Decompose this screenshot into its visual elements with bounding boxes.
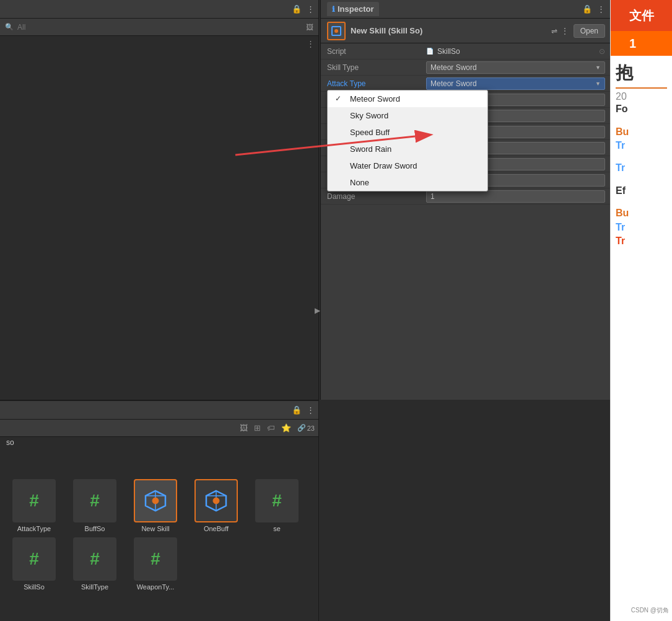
checkmark-icon: ✓ <box>335 94 345 103</box>
hash-icon: # <box>29 549 39 569</box>
file-name-onebuff: OneBuff <box>204 525 229 532</box>
lock-icon[interactable]: 🔒 <box>292 4 302 14</box>
script-value: SkillSo <box>437 47 460 56</box>
open-button[interactable]: Open <box>574 24 605 38</box>
list-item[interactable]: # WeaponTy... <box>128 537 183 591</box>
file-name-skilltype: SkillType <box>81 583 108 591</box>
left-toolbar: 🔒 ⋮ <box>0 0 318 19</box>
file-icon-skillso: # <box>12 537 56 581</box>
file-name-attacktype: AttackType <box>17 525 51 532</box>
file-name-buffso: BuffSo <box>85 525 105 532</box>
more-icon[interactable]: ⋮ <box>307 4 315 14</box>
csdn-divider <box>616 87 667 89</box>
csdn-text1: 抱 <box>616 61 667 85</box>
dropdown-item-label: Speed Buff <box>350 128 390 137</box>
field-row-script: Script 📄 SkillSo ⊙ <box>321 43 611 59</box>
list-item[interactable]: OneBuff <box>188 479 244 532</box>
attack-type-dropdown-button[interactable]: Meteor Sword ▼ <box>426 77 605 90</box>
inspector-tab-icon: ℹ <box>332 5 335 14</box>
left-panel: 🔒 ⋮ 🔍 🖼 ⋮ <box>0 0 319 400</box>
skill-so-icon-inner <box>331 26 341 36</box>
file-name-skillso: SkillSo <box>24 583 45 591</box>
list-item[interactable]: # SkillSo <box>6 537 62 591</box>
skill-type-dropdown-button[interactable]: Meteor Sword ▼ <box>426 61 605 74</box>
inspector-header-right: 🔒 ⋮ <box>582 4 605 14</box>
csdn-number: 1 <box>629 37 636 51</box>
attack-type-dropdown[interactable]: Meteor Sword ▼ ✓ Meteor Sword Sky Sword <box>426 77 605 90</box>
script-file-icon: 📄 <box>426 48 434 55</box>
script-label: Script <box>327 47 426 56</box>
file-browser-grid-icon[interactable]: ⊞ <box>254 423 261 433</box>
csdn-tr1: Tr <box>616 139 667 152</box>
file-browser-lock-icon[interactable]: 🔒 <box>292 405 302 415</box>
file-name-se: se <box>273 525 281 532</box>
attack-type-dropdown-popup: ✓ Meteor Sword Sky Sword Speed Buff Swor… <box>327 90 488 192</box>
dropdown-item-none[interactable]: None <box>328 174 487 191</box>
left-sub-toolbar: ⋮ <box>303 36 318 51</box>
file-icon-attacktype: # <box>12 479 56 522</box>
list-item[interactable]: New Skill <box>128 479 183 532</box>
layout-icon[interactable]: ⇌ <box>551 27 557 35</box>
attack-type-dropdown-arrow: ▼ <box>595 81 601 87</box>
field-row-attack-type: Attack Type Meteor Sword ▼ ✓ Meteor Swor… <box>321 76 611 92</box>
attack-type-value: Meteor Sword <box>430 79 477 88</box>
skill-type-value: Meteor Sword <box>430 63 477 72</box>
dropdown-item-label: Sword Rain <box>350 144 391 154</box>
dropdown-item-meteor[interactable]: ✓ Meteor Sword <box>328 90 487 107</box>
search-input[interactable] <box>17 23 302 32</box>
dropdown-item-water-draw[interactable]: Water Draw Sword <box>328 157 487 174</box>
inspector-more-icon[interactable]: ⋮ <box>597 4 605 14</box>
csdn-fo: Fo <box>616 102 667 116</box>
csdn-bu2: Bu <box>616 206 667 220</box>
dropdown-item-label: Meteor Sword <box>350 94 400 103</box>
hash-icon: # <box>90 491 100 511</box>
hash-icon: # <box>272 491 282 511</box>
expand-panel-button[interactable]: ▶ <box>315 306 320 315</box>
damage-number: 1 <box>430 192 435 201</box>
attack-type-label: Attack Type <box>327 79 426 88</box>
file-browser-star-icon[interactable]: ⭐ <box>281 423 291 433</box>
inspector-title-icons: ⇌ ⋮ <box>551 27 569 35</box>
file-browser-toolbar: 🔒 ⋮ <box>0 401 318 420</box>
field-row-skill-type: Skill Type Meteor Sword ▼ <box>321 59 611 76</box>
skill-type-label: Skill Type <box>327 63 426 72</box>
list-item[interactable]: # AttackType <box>6 479 62 532</box>
file-browser: 🔒 ⋮ 🖼 ⊞ 🏷 ⭐ 🔗 23 so # AttackType # BuffS… <box>0 400 319 621</box>
dropdown-item-sky[interactable]: Sky Sword <box>328 107 487 124</box>
csdn-bottom-label: CSDN @切角 <box>631 606 669 615</box>
inspector-fields: Script 📄 SkillSo ⊙ Skill Type Meteor Swo… <box>321 43 611 205</box>
svg-point-9 <box>213 498 219 504</box>
damage-label: Damage <box>327 192 426 201</box>
csdn-tr4: Tr <box>616 234 667 248</box>
damage-value[interactable]: 1 <box>426 190 605 203</box>
hash-icon: # <box>151 549 160 569</box>
dropdown-item-sword-rain[interactable]: Sword Rain <box>328 141 487 157</box>
inspector-title-bar: New Skill (Skill So) ⇌ ⋮ Open <box>321 19 611 43</box>
inspector-lock-icon[interactable]: 🔒 <box>582 4 592 14</box>
cube-icon <box>143 488 168 513</box>
list-item[interactable]: # SkillType <box>67 537 123 591</box>
file-browser-more-icon[interactable]: ⋮ <box>307 405 315 415</box>
csdn-tr3: Tr <box>616 221 667 234</box>
cube-icon <box>204 488 229 513</box>
skill-type-dropdown-arrow: ▼ <box>595 64 601 71</box>
file-browser-image-icon[interactable]: 🖼 <box>240 423 248 433</box>
image-icon[interactable]: 🖼 <box>306 23 313 32</box>
inspector-tab-label: Inspector <box>338 4 374 14</box>
script-target-icon[interactable]: ⊙ <box>599 47 605 56</box>
title-more-icon[interactable]: ⋮ <box>561 27 569 35</box>
skill-so-icon-dot <box>334 29 338 33</box>
csdn-body: 抱 20 Fo Bu Tr Tr Ef Bu Tr Tr <box>611 56 672 253</box>
file-icon-se: # <box>255 479 299 522</box>
csdn-panel: 文件 1 抱 20 Fo Bu Tr Tr Ef Bu Tr Tr CSDN @… <box>610 0 672 621</box>
list-item[interactable]: # BuffSo <box>67 479 123 532</box>
file-browser-tag-icon[interactable]: 🏷 <box>267 423 275 433</box>
hash-icon: # <box>29 491 39 511</box>
more-options-icon[interactable]: ⋮ <box>307 39 315 48</box>
list-item[interactable]: # se <box>249 479 305 532</box>
csdn-header: 文件 <box>611 0 672 31</box>
csdn-number2: 20 <box>616 91 667 102</box>
skill-type-dropdown[interactable]: Meteor Sword ▼ <box>426 61 605 74</box>
inspector-tab[interactable]: ℹ Inspector <box>327 2 379 16</box>
dropdown-item-speed[interactable]: Speed Buff <box>328 124 487 141</box>
